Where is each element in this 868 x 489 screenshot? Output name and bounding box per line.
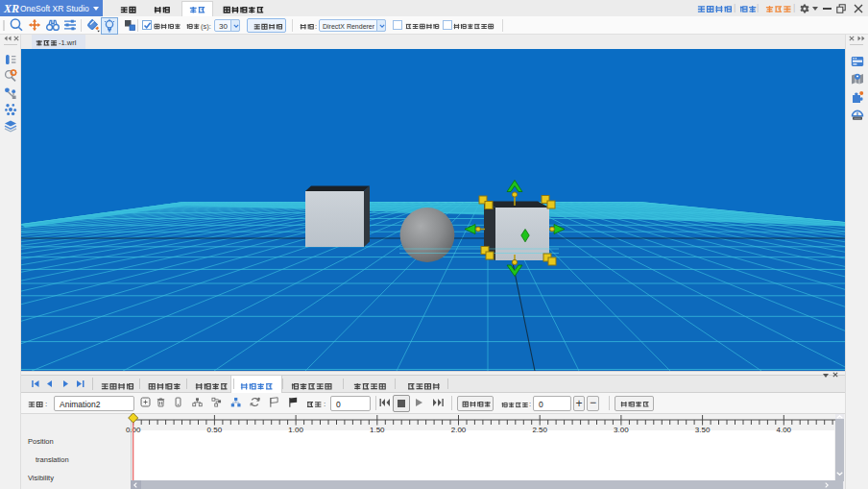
- svg-text:1.00: 1.00: [288, 426, 303, 434]
- svg-text:2.50: 2.50: [532, 426, 547, 434]
- svg-text:4.00: 4.00: [777, 426, 792, 434]
- svg-text:3.50: 3.50: [695, 426, 711, 434]
- svg-text:1.50: 1.50: [370, 426, 385, 434]
- svg-text:3.00: 3.00: [614, 426, 629, 434]
- svg-text:0.50: 0.50: [207, 426, 223, 434]
- svg-text:2.00: 2.00: [451, 426, 467, 434]
